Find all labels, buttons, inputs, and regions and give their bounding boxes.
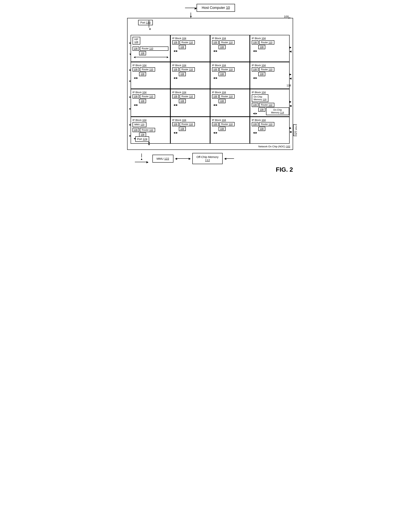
mmu-122: MMU 122 <box>153 155 173 163</box>
page-wrapper: ▶ Host Computer 10 ▼ 100 ⌐ Port 130 ▼ <box>127 4 293 173</box>
cell-0-1: IP Block 104 106 Router 110 108 ◀ ▶ <box>170 35 210 62</box>
host-computer-label: Host Computer <box>202 6 225 10</box>
mmu-120: MMU 120 <box>133 122 146 127</box>
host-computer-box: Host Computer 10 <box>197 4 235 12</box>
cell-0-2: IP Block 104 106 Router 110 108 ◀ ▶ <box>210 35 250 62</box>
port-130: Port 130 <box>138 20 153 25</box>
cell-3-1: IP Block 104 106 Router 110 108 ◀ ▶ <box>170 117 210 144</box>
cell-2-2: IP Block 104 106 Router 110 108 ◀ ▶ <box>210 89 250 117</box>
cell-3-3: On-ChipMemory 114 IP Block 104 106 Route… <box>250 117 290 144</box>
bus-108-0-0: 108 <box>139 51 146 55</box>
fig-label: FIG. 2 <box>127 166 293 173</box>
cell-2-0: IP Block 104 106 Router 110 108 ◀ ▶ ▲ ▼ <box>131 89 170 117</box>
host-computer-number: 10 <box>226 6 230 10</box>
bottom-section: ▲ ▶ MMU 122 ◀ ▶ Off-Chip Memory112 ◀ <box>127 153 293 164</box>
noc-grid: HIP128 106 Router 110 108 ◀ ▶ <box>131 35 290 144</box>
noc-label: Network On Chip (NOC) 102 <box>258 145 290 148</box>
cell-1-1: IP Block 104 106 Router 110 108 ◀ ▶ <box>170 62 210 89</box>
port-126: Port 126 <box>293 124 297 136</box>
noc-container: 100 ⌐ Port 130 ▼ 118 HIP128 <box>127 18 293 150</box>
port-106-0-0: 106 <box>133 47 139 51</box>
cell-0-0: HIP128 106 Router 110 108 ◀ ▶ <box>131 35 170 62</box>
cell-1-3: IP Block 104 106 Router 110 108 ◀ ▶ ▶ ◀ <box>250 62 290 89</box>
router-0-0: Router 110 <box>140 47 168 51</box>
cell-1-2: IP Block 104 106 Router 110 108 ◀ ▶ <box>210 62 250 89</box>
label-100: 100 <box>284 15 289 18</box>
port-124: Port 124 <box>135 136 149 142</box>
cell-2-1: IP Block 104 106 Router 110 108 ◀ ▶ <box>170 89 210 117</box>
on-chip-memory-116: On-ChipMemory 116 <box>252 94 268 102</box>
cell-1-0: IP Block 104 106 Router 110 108 ◀ ▶ ▲ ▼ <box>131 62 170 89</box>
cell-0-3: IP Block 104 106 Router 110 108 ◀ ▶ ▶ ◀ <box>250 35 290 62</box>
hip-block: HIP128 <box>133 37 140 45</box>
cell-3-2: IP Block 104 106 Router 110 108 ◀ ▶ <box>210 117 250 144</box>
off-chip-memory: Off-Chip Memory112 <box>192 153 223 164</box>
on-chip-memory-114: On-ChipMemory 114 <box>266 107 289 115</box>
